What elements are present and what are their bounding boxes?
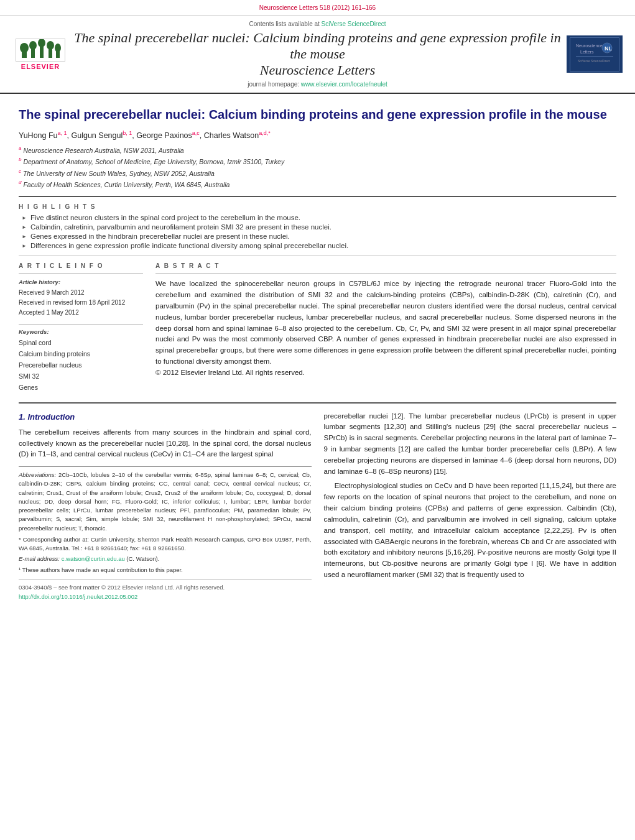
- bottom-ref-doi[interactable]: http://dx.doi.org/10.1016/j.neulet.2012.…: [19, 593, 137, 600]
- affiliations-block: a Neuroscience Research Australia, NSW 2…: [19, 145, 616, 190]
- neuroscience-letters-logo: Neuroscience Letters SciVerse ScienceDir…: [567, 35, 623, 73]
- abbreviations-footnote: Abbreviations: 2Cb–10Cb, lobules 2–10 of…: [19, 471, 312, 533]
- received-revised-date: Received in revised form 18 April 2012: [19, 298, 143, 308]
- svg-point-3: [29, 41, 37, 50]
- svg-text:SciVerse ScienceDirect: SciVerse ScienceDirect: [578, 59, 611, 63]
- journal-ref-bar: Neuroscience Letters 518 (2012) 161–166: [0, 0, 635, 16]
- homepage-link[interactable]: www.elsevier.com/locate/neulet: [301, 81, 387, 88]
- highlight-item: Five distinct neuron clusters in the spi…: [22, 214, 616, 221]
- svg-point-1: [20, 43, 29, 53]
- intro-paragraph-3: Electrophysiological studies on CeCv and…: [324, 481, 617, 580]
- intro-paragraph-1: The cerebellum receives afferents from m…: [19, 427, 312, 460]
- article-title: The spinal precerebellar nuclei: Calcium…: [19, 106, 616, 122]
- corresponding-author-footnote: * Corresponding author at: Curtin Univer…: [19, 535, 312, 553]
- svg-text:Neuroscience: Neuroscience: [576, 44, 603, 48]
- keywords-label: Keywords:: [19, 328, 143, 335]
- journal-main-name: Neuroscience Letters: [68, 62, 567, 78]
- highlight-item: Genes expressed in the hindbrain precere…: [22, 233, 616, 240]
- divider-abstract: [155, 273, 616, 274]
- svg-rect-13: [576, 56, 613, 57]
- email-label-text: E-mail address:: [19, 555, 60, 562]
- abbreviations-label: Abbreviations:: [19, 471, 56, 478]
- article-info-label: A R T I C L E I N F O: [19, 262, 143, 269]
- article-info-abstract-columns: A R T I C L E I N F O Article history: R…: [19, 262, 616, 393]
- affiliation-d: d Faculty of Health Sciences, Curtin Uni…: [19, 179, 616, 190]
- authors-line: YuHong Fua, 1, Gulgun Sengulb, 1, George…: [19, 130, 616, 140]
- body-columns: 1. Introduction The cerebellum receives …: [19, 411, 616, 602]
- svg-text:Letters: Letters: [580, 50, 594, 54]
- divider-after-highlights: [19, 256, 616, 256]
- elsevier-tree-icon: [19, 39, 62, 61]
- sciverse-link[interactable]: SciVerse ScienceDirect: [322, 21, 386, 27]
- svg-text:NL: NL: [605, 45, 612, 52]
- keyword-item: Spinal cord: [19, 338, 143, 349]
- highlights-label: H I G H L I G H T S: [19, 203, 616, 210]
- email-person: (C. Watson).: [126, 555, 159, 562]
- affiliation-a: a Neuroscience Research Australia, NSW 2…: [19, 145, 616, 155]
- email-link[interactable]: c.watson@curtin.edu.au: [62, 555, 125, 562]
- abstract-copyright: © 2012 Elsevier Ireland Ltd. All rights …: [155, 367, 616, 379]
- nl-logo-icon: Neuroscience Letters SciVerse ScienceDir…: [573, 39, 616, 70]
- homepage-prefix: journal homepage:: [248, 81, 301, 88]
- email-footnote: E-mail address: c.watson@curtin.edu.au (…: [19, 555, 312, 563]
- keywords-section: Keywords: Spinal cord Calcium binding pr…: [19, 328, 143, 393]
- divider-after-affiliations: [19, 196, 616, 197]
- body-column-right: precerebellar nuclei [12]. The lumbar pr…: [324, 411, 617, 602]
- journal-header-banner: ELSEVIER Contents lists available at Sci…: [0, 16, 635, 94]
- article-history-label: Article history:: [19, 279, 143, 285]
- received-date: Received 9 March 2012: [19, 288, 143, 298]
- abstract-text: We have localized the spinocerebellar ne…: [155, 279, 616, 367]
- article-history-section: Article history: Received 9 March 2012 R…: [19, 279, 143, 318]
- abstract-column: A B S T R A C T We have localized the sp…: [155, 262, 616, 393]
- elsevier-logo-image: [16, 39, 65, 62]
- body-column-left: 1. Introduction The cerebellum receives …: [19, 411, 312, 602]
- affiliation-b: b Department of Anatomy, School of Medic…: [19, 156, 616, 167]
- elsevier-label: ELSEVIER: [21, 63, 60, 70]
- journal-name-display: The spinal precerebellar nuclei: Calcium…: [68, 30, 567, 62]
- page-wrapper: Neuroscience Letters 518 (2012) 161–166: [0, 0, 635, 607]
- article-content: The spinal precerebellar nuclei: Calcium…: [0, 94, 635, 607]
- elsevier-logo: ELSEVIER: [12, 39, 68, 70]
- divider-keywords: [19, 324, 143, 325]
- keyword-item: Genes: [19, 382, 143, 394]
- accepted-date: Accepted 1 May 2012: [19, 308, 143, 318]
- svg-point-9: [55, 44, 61, 52]
- affiliation-c: c The University of New South Wales, Syd…: [19, 168, 616, 178]
- divider-before-body: [19, 402, 616, 404]
- contents-text: Contents lists available at: [249, 21, 321, 27]
- footnote-area: Abbreviations: 2Cb–10Cb, lobules 2–10 of…: [19, 466, 312, 575]
- highlights-section: H I G H L I G H T S Five distinct neuron…: [19, 203, 616, 249]
- highlight-item: Differences in gene expression profile i…: [22, 242, 616, 249]
- keyword-item: SMI 32: [19, 371, 143, 382]
- svg-point-7: [47, 41, 54, 50]
- homepage-line: journal homepage: www.elsevier.com/locat…: [68, 81, 567, 88]
- intro-heading: 1. Introduction: [19, 411, 312, 423]
- intro-paragraph-2: precerebellar nuclei [12]. The lumbar pr…: [324, 411, 617, 478]
- journal-ref-text: Neuroscience Letters 518 (2012) 161–166: [259, 4, 376, 11]
- bottom-ref-1: 0304-3940/$ – see front matter © 2012 El…: [19, 583, 312, 592]
- bottom-references: 0304-3940/$ – see front matter © 2012 El…: [19, 579, 312, 601]
- abstract-label: A B S T R A C T: [155, 262, 616, 269]
- keywords-list: Spinal cord Calcium binding proteins Pre…: [19, 338, 143, 393]
- highlights-list: Five distinct neuron clusters in the spi…: [22, 214, 616, 249]
- nl-logo-inner: Neuroscience Letters SciVerse ScienceDir…: [570, 37, 619, 72]
- keyword-item: Calcium binding proteins: [19, 349, 143, 360]
- contents-available-line: Contents lists available at SciVerse Sci…: [68, 21, 567, 27]
- keyword-item: Precerebellar nucleus: [19, 360, 143, 371]
- journal-title-area: Contents lists available at SciVerse Sci…: [68, 21, 567, 88]
- article-info-column: A R T I C L E I N F O Article history: R…: [19, 262, 143, 393]
- equal-contribution-footnote: ¹ These authors have made an equal contr…: [19, 566, 312, 575]
- divider-info: [19, 273, 143, 274]
- abbreviations-text: 2Cb–10Cb, lobules 2–10 of the cerebellar…: [19, 471, 312, 532]
- highlight-item: Calbindin, calretinin, parvalbumin and n…: [22, 223, 616, 231]
- svg-point-5: [38, 39, 45, 47]
